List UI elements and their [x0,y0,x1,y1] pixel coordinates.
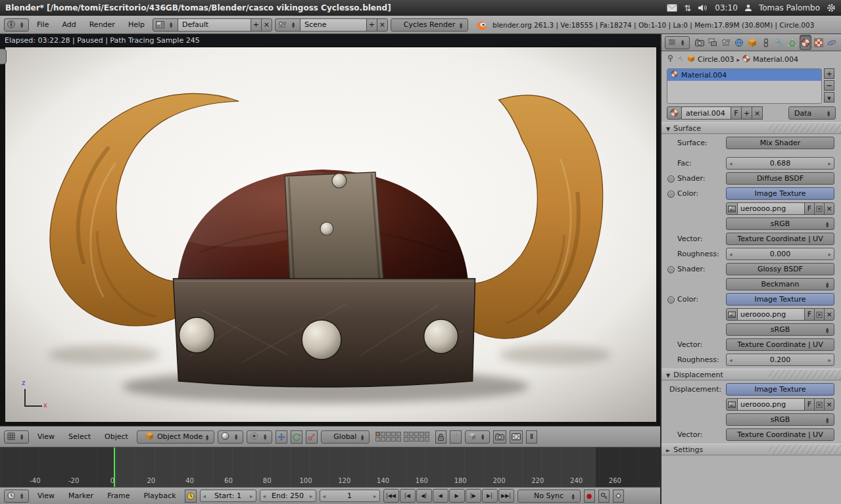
shader1-dropdown[interactable]: Diffuse BSDF [726,172,834,185]
layer-toggle[interactable] [391,437,396,442]
session-user[interactable]: Tomas Palombo [759,3,820,12]
scene-name-field[interactable]: Scene [300,18,367,32]
fake-user-button[interactable]: F [804,202,815,215]
layer-toggle[interactable] [396,437,401,442]
opengl-render-still-button[interactable] [493,430,506,444]
playback-button-5[interactable]: |▶ [466,489,481,503]
layer-toggle[interactable] [381,432,385,436]
layer-toggle[interactable] [375,437,380,442]
material-slot-list[interactable]: Material.004 [667,68,822,104]
material-name-field[interactable]: aterial.004 [681,106,731,120]
network-arrows-icon[interactable]: ⇅ [684,3,691,13]
viewport-3d[interactable]: z x [0,46,660,426]
scene-browse-button[interactable] [275,18,300,32]
volume-icon[interactable] [698,4,708,12]
panel-header-settings[interactable]: Settings [661,444,841,455]
layer-toggle[interactable] [409,437,414,442]
add-screen-button[interactable]: + [251,18,262,32]
menu-add[interactable]: Add [57,20,81,29]
close-scene-button[interactable]: × [377,18,388,32]
pivot-point-dropdown[interactable] [247,430,272,444]
timeline-view-menu[interactable]: View [32,492,60,500]
manipulator-translate-button[interactable] [276,430,287,444]
shader2-dropdown[interactable]: Glossy BSDF [726,263,834,275]
color2-texture-dropdown[interactable]: Image Texture [726,293,834,306]
region-resize-handle[interactable] [0,49,7,64]
image-name-field[interactable]: ueroooo.png [737,398,805,411]
layer-toggle[interactable] [420,432,424,436]
object-menu[interactable]: Object [99,432,133,441]
fake-user-button[interactable]: F [804,398,815,411]
breadcrumb-material[interactable]: Material.004 [753,55,798,64]
lock-camera-button[interactable] [435,430,446,444]
editor-type-button-properties[interactable] [665,36,690,49]
color1-texture-dropdown[interactable]: Image Texture [726,187,834,200]
pin-icon[interactable] [667,55,674,64]
colorspace1-dropdown[interactable]: sRGB [726,218,834,230]
timeline-frame-menu[interactable]: Frame [102,492,135,500]
screen-browse-button[interactable] [153,18,178,32]
transform-orientation-dropdown[interactable]: Global [321,430,370,444]
colorspace2-dropdown[interactable]: sRGB [726,323,834,336]
pack-image-button[interactable] [814,398,825,411]
clock[interactable]: 03:10 [715,3,738,12]
playback-button-6[interactable]: ▶| [482,489,498,503]
menu-render[interactable]: Render [84,20,120,29]
layer-toggle[interactable] [391,432,396,436]
playback-button-7[interactable]: ▶▶| [498,489,514,503]
layer-toggle[interactable] [396,432,401,436]
opengl-render-anim-button[interactable] [510,430,523,444]
playback-button-2[interactable]: ◀| [416,489,432,503]
gear-icon[interactable] [827,3,836,12]
tab-object-data[interactable] [786,35,798,50]
current-frame-field[interactable]: 1 [320,490,380,502]
image-name-field[interactable]: ueroooo.png [737,202,805,215]
panel-header-surface[interactable]: Surface [661,122,841,134]
unlink-material-button[interactable]: × [752,106,763,120]
layer-toggle[interactable] [425,437,429,442]
frame-start-field[interactable]: Start: 1 [200,490,256,502]
playback-button-0[interactable]: |◀◀ [383,489,399,503]
timeline-ruler[interactable]: -40-200204060801001201401601802002202402… [0,447,660,487]
layer-toggle[interactable] [414,437,419,442]
fake-user-button[interactable]: F [731,106,742,120]
displacement-texture-dropdown[interactable]: Image Texture [726,383,834,396]
vector2-dropdown[interactable]: Texture Coordinate | UV [726,338,834,351]
keying-set-button[interactable] [598,490,610,503]
layer-toggle[interactable] [386,432,391,436]
image-browse-button[interactable] [726,308,738,321]
tab-constraints[interactable] [759,35,771,50]
tab-world[interactable] [733,35,745,50]
select-menu[interactable]: Select [63,432,96,441]
tab-render[interactable] [694,35,706,50]
roughness1-slider[interactable]: 0.000 [726,248,834,260]
tab-render-layers[interactable] [707,35,719,50]
link-mode-dropdown[interactable]: Data [788,106,836,120]
layer-toggle[interactable] [375,432,380,436]
view-menu[interactable]: View [32,432,60,441]
pack-image-button[interactable] [814,308,825,321]
add-scene-button[interactable]: + [366,18,377,32]
menu-help[interactable]: Help [123,20,150,29]
mode-dropdown[interactable]: Object Mode [137,430,214,444]
material-specials-button[interactable] [824,92,834,103]
playback-button-4[interactable]: ▶ [449,489,465,503]
layer-toggle[interactable] [386,437,391,442]
layer-toggle[interactable] [420,437,424,442]
panel-header-displacement[interactable]: Displacement [661,369,841,380]
image-name-field[interactable]: ueroooo.png [737,308,805,321]
timeline-marker-menu[interactable]: Marker [63,492,99,500]
editor-type-button-3dview[interactable] [4,430,29,444]
editor-type-button-info[interactable] [4,18,29,32]
displacement-colorspace-dropdown[interactable]: sRGB [726,413,834,426]
screen-name-field[interactable]: Default [178,18,251,32]
close-screen-button[interactable]: × [261,18,272,32]
material-slot-item[interactable]: Material.004 [667,69,821,81]
playback-button-3[interactable]: ◀ [433,489,448,503]
tab-material[interactable] [800,35,811,50]
menu-file[interactable]: File [32,20,54,29]
material-browse-button[interactable] [667,106,682,120]
distribution-dropdown[interactable]: Beckmann [726,278,834,290]
layer-toggle[interactable] [414,432,419,436]
viewport-shading-dropdown[interactable] [218,430,243,444]
